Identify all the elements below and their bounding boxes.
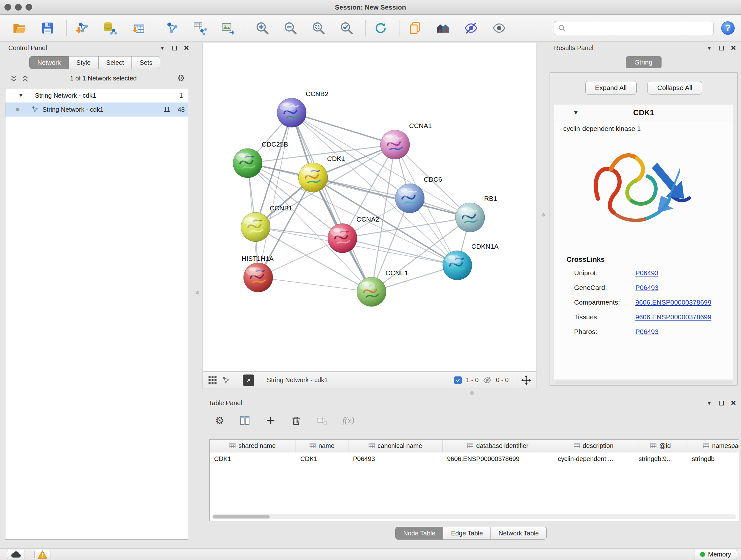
selected-checkbox[interactable] [454, 376, 462, 384]
panel-float-icon[interactable] [719, 46, 724, 51]
open-session-button[interactable] [10, 18, 29, 38]
panel-close-icon[interactable]: × [184, 44, 189, 52]
network-node-CCNE1[interactable]: CCNE1 [357, 269, 408, 307]
column-header-database-identifier[interactable]: database identifier [443, 440, 553, 452]
window-title: Session: New Session [0, 0, 741, 15]
home-views-button[interactable] [433, 18, 453, 38]
table-toolbar: ⚙ f(x) [215, 411, 354, 430]
panel-menu-icon[interactable]: ▾ [161, 45, 164, 51]
new-network-from-table-button[interactable] [190, 18, 210, 38]
network-selection-row: 1 of 1 Network selected ⚙ [2, 74, 193, 83]
collapse-all-button[interactable]: Collapse All [648, 81, 702, 95]
splitter-handle-horizontal[interactable] [470, 391, 474, 395]
refresh-view-button[interactable] [371, 18, 391, 38]
tab-string[interactable]: String [626, 56, 662, 68]
help-button[interactable]: ? [721, 21, 735, 35]
disclosure-triangle-icon[interactable]: ▼ [573, 109, 579, 116]
table-settings-gear-icon[interactable]: ⚙ [215, 415, 224, 426]
column-header-namespac[interactable]: namespac [687, 440, 739, 452]
table-body: CDK1CDK1P064939606.ENSP00000378699cyclin… [210, 452, 739, 465]
tab-sets[interactable]: Sets [132, 56, 160, 69]
network-collection-row[interactable]: ▼ String Network - cdk1 1 [5, 88, 188, 103]
column-header-description[interactable]: description [553, 440, 634, 452]
network-node-CDK1[interactable]: CDK1 [298, 155, 345, 192]
splitter-handle-right[interactable] [542, 213, 545, 216]
column-header-shared-name[interactable]: shared name [210, 440, 296, 452]
zoom-selected-button[interactable] [337, 18, 356, 38]
network-node-CDC6[interactable]: CDC6 [395, 176, 442, 213]
crosslink-value[interactable]: P06493 [635, 269, 658, 277]
table-row[interactable]: CDK1CDK1P064939606.ENSP00000378699cyclin… [210, 452, 739, 465]
grid-view-icon[interactable] [208, 375, 217, 385]
hide-panels-button[interactable] [461, 18, 481, 38]
warnings-button[interactable] [35, 550, 51, 559]
show-panels-button[interactable] [489, 18, 509, 38]
panel-float-icon[interactable] [172, 46, 177, 51]
tab-node-table[interactable]: Node Table [395, 527, 444, 540]
splitter-handle-left[interactable] [196, 291, 199, 294]
crosslink-value[interactable]: 9606.ENSP00000378699 [635, 313, 711, 321]
function-builder-button[interactable]: f(x) [342, 416, 354, 426]
zoom-fit-button[interactable] [309, 18, 328, 38]
crosslink-label: Tissues: [574, 313, 635, 321]
network-node-CCNB1[interactable]: CCNB1 [241, 204, 292, 242]
gear-icon[interactable]: ⚙ [178, 74, 185, 83]
network-node-CCNA1[interactable]: CCNA1 [381, 122, 432, 159]
cloud-icon [10, 550, 21, 559]
memory-button[interactable]: Memory [694, 550, 737, 559]
network-node-CDKN1A[interactable]: CDKN1A [443, 243, 498, 280]
column-header-@id[interactable]: @id [634, 440, 687, 452]
network-node-label: CCNB2 [306, 90, 328, 98]
tab-select[interactable]: Select [98, 56, 132, 69]
network-row-selected[interactable]: String Network - cdk1 11 48 [5, 103, 188, 117]
import-network-from-file-button[interactable] [72, 18, 91, 38]
network-node-HIST1H1A[interactable]: HIST1H1A [242, 255, 273, 292]
detach-view-button[interactable] [243, 374, 254, 386]
tab-edge-table[interactable]: Edge Table [443, 527, 491, 540]
import-table-icon [131, 21, 145, 36]
crosslinks-heading: CrossLinks [566, 255, 733, 264]
zoom-out-button[interactable] [280, 18, 300, 38]
search-input[interactable] [554, 21, 714, 35]
cloud-status-button[interactable] [7, 550, 25, 559]
network-node-RB1[interactable]: RB1 [455, 195, 497, 232]
create-column-button[interactable] [265, 415, 276, 426]
expand-all-icon[interactable] [21, 74, 29, 83]
panel-close-icon[interactable]: × [731, 399, 736, 408]
panel-float-icon[interactable] [719, 401, 724, 406]
panel-menu-icon[interactable]: ▾ [708, 400, 711, 406]
column-header-name[interactable]: name [296, 440, 348, 452]
zoom-in-button[interactable] [253, 18, 272, 38]
network-canvas[interactable]: CCNB2CCNA1CDC25BCDK1CDC6RB1CCNB1CCNA2CDK… [203, 43, 536, 371]
network-graph[interactable]: CCNB2CCNA1CDC25BCDK1CDC6RB1CCNB1CCNA2CDK… [203, 43, 536, 371]
network-node-label: CDC6 [424, 176, 442, 183]
delete-table-button-disabled[interactable] [316, 415, 328, 426]
collapse-all-icon[interactable] [10, 74, 18, 83]
crosslink-value[interactable]: P06493 [635, 328, 658, 335]
export-image-button[interactable] [218, 18, 238, 38]
warning-icon [37, 550, 48, 559]
crosslink-value[interactable]: P06493 [635, 284, 658, 292]
tab-style[interactable]: Style [69, 56, 98, 69]
copy-button[interactable] [405, 18, 425, 38]
table-horizontal-scrollbar[interactable] [212, 514, 736, 519]
panel-menu-icon[interactable]: ▾ [708, 45, 711, 51]
column-header-canonical-name[interactable]: canonical name [348, 440, 443, 452]
crosslink-value[interactable]: 9606.ENSP00000378699 [635, 299, 711, 306]
results-horizontal-scrollbar[interactable] [555, 381, 732, 384]
tab-network-table[interactable]: Network Table [491, 527, 547, 540]
delete-column-button[interactable] [291, 415, 301, 426]
scrollbar-thumb[interactable] [213, 515, 270, 518]
save-session-button[interactable] [38, 18, 57, 38]
new-network-button[interactable] [162, 18, 182, 38]
export-image-icon [221, 21, 235, 36]
panel-close-icon[interactable]: × [731, 44, 736, 52]
network-icon[interactable] [221, 376, 230, 385]
tab-network[interactable]: Network [29, 56, 69, 69]
show-columns-button[interactable] [239, 415, 251, 426]
disclosure-triangle-icon[interactable]: ▼ [18, 92, 23, 99]
expand-all-button[interactable]: Expand All [585, 81, 636, 95]
import-network-from-database-button[interactable] [100, 18, 120, 38]
fit-move-crosshair-icon[interactable] [521, 375, 531, 385]
import-table-from-file-button[interactable] [128, 18, 148, 38]
